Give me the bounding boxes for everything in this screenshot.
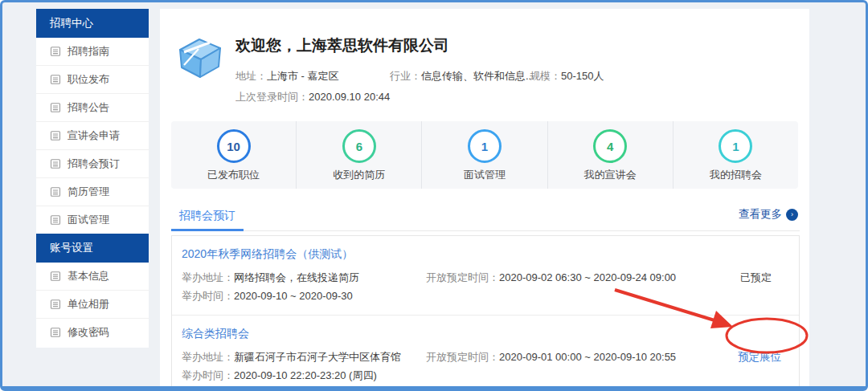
held-time-value: 2020-09-10 ~ 2020-09-30 xyxy=(234,290,353,302)
address-value: 上海市 - 嘉定区 xyxy=(267,70,339,82)
document-icon xyxy=(50,271,61,282)
document-icon xyxy=(50,299,61,310)
stat-my-jobfairs[interactable]: 1 我的招聘会 xyxy=(673,121,798,189)
jobfair-section-header: 招聘会预订 查看更多 › xyxy=(171,200,800,231)
document-icon xyxy=(50,130,61,141)
stat-label: 面试管理 xyxy=(464,168,506,182)
sidebar-item-label: 单位相册 xyxy=(68,297,109,312)
open-time-label: 开放预定时间： xyxy=(426,351,499,363)
chevron-right-circle-icon: › xyxy=(786,209,798,221)
document-icon xyxy=(50,158,61,169)
venue-value: 新疆石河子市石河子大学中区体育馆 xyxy=(234,351,401,363)
open-time-value: 2020-09-01 00:00 ~ 2020-09-10 20:55 xyxy=(499,351,676,363)
last-login-field: 上次登录时间：2020.09.10 20:44 xyxy=(235,90,390,104)
last-login-label: 上次登录时间： xyxy=(235,91,309,103)
stats-bar: 10 已发布职位 6 收到的简历 1 面试管理 4 我的宣讲会 1 我的招聘会 xyxy=(171,121,798,189)
sidebar-item-label: 招聘公告 xyxy=(68,100,109,115)
industry-field: 行业：信息传输、软件和信息... xyxy=(390,69,534,83)
stat-label: 收到的简历 xyxy=(333,168,385,182)
stat-label: 已发布职位 xyxy=(207,168,260,182)
stat-circle-my-seminars: 4 xyxy=(593,129,627,163)
stat-circle-my-jobfairs: 1 xyxy=(719,129,752,163)
jobfair-title-link[interactable]: 综合类招聘会 xyxy=(182,327,249,341)
sidebar-item-interview-manage[interactable]: 面试管理 xyxy=(36,206,149,234)
sidebar-section-recruit-center: 招聘中心 xyxy=(36,9,149,38)
scale-field: 规模：50-150人 xyxy=(530,69,604,83)
sidebar-item-recruit-guide[interactable]: 招聘指南 xyxy=(36,38,149,65)
last-login-value: 2020.09.10 20:44 xyxy=(309,91,390,103)
sidebar-item-label: 职位发布 xyxy=(68,72,109,87)
held-time-label: 举办时间： xyxy=(182,290,234,302)
jobfair-detail-line: 举办地址：网络招聘会，在线投递简历 开放预定时间：2020-09-02 06:3… xyxy=(182,271,786,285)
stat-my-seminars[interactable]: 4 我的宣讲会 xyxy=(547,121,673,189)
sidebar-item-company-album[interactable]: 单位相册 xyxy=(36,290,149,318)
sidebar: 招聘中心 招聘指南 职位发布 招聘公告 宣讲会申请 招聘会预订 简历管理 面试管… xyxy=(36,9,149,348)
jobfair-list-card: 2020年秋季网络招聘会（供测试） 举办地址：网络招聘会，在线投递简历 开放预定… xyxy=(171,235,800,391)
open-time-field: 开放预定时间：2020-09-01 00:00 ~ 2020-09-10 20:… xyxy=(426,350,676,365)
document-icon xyxy=(50,46,61,57)
sidebar-item-label: 招聘会预订 xyxy=(68,157,120,171)
held-time-label: 举办时间： xyxy=(182,369,234,381)
company-meta-row: 地址：上海市 - 嘉定区 行业：信息传输、软件和信息... 规模：50-150人 xyxy=(235,69,798,83)
held-time-value: 2020-09-10 22:20-23:20 (周四) xyxy=(234,369,377,381)
address-field: 地址：上海市 - 嘉定区 xyxy=(235,70,339,82)
stat-circle-received-resumes: 6 xyxy=(342,129,376,163)
tab-jobfair-booking[interactable]: 招聘会预订 xyxy=(171,201,244,231)
address-label: 地址： xyxy=(235,70,267,82)
jobfair-time-line: 举办时间：2020-09-10 ~ 2020-09-30 xyxy=(182,289,786,303)
venue-label: 举办地址： xyxy=(182,351,234,363)
industry-value: 信息传输、软件和信息... xyxy=(421,70,534,82)
jobfair-row-autumn-online: 2020年秋季网络招聘会（供测试） 举办地址：网络招聘会，在线投递简历 开放预定… xyxy=(172,236,799,315)
status-badge-booked: 已预定 xyxy=(740,271,772,285)
document-icon xyxy=(50,186,61,198)
stat-interview-manage[interactable]: 1 面试管理 xyxy=(421,121,547,189)
sidebar-item-label: 修改密码 xyxy=(68,325,109,340)
scale-value: 50-150人 xyxy=(561,70,604,82)
document-icon xyxy=(50,327,61,338)
scale-label: 规模： xyxy=(530,70,561,82)
sidebar-item-job-publish[interactable]: 职位发布 xyxy=(36,65,149,93)
stat-published-jobs[interactable]: 10 已发布职位 xyxy=(171,121,296,189)
sidebar-item-recruit-notice[interactable]: 招聘公告 xyxy=(36,93,149,121)
stat-label: 我的招聘会 xyxy=(710,168,762,182)
view-more-link[interactable]: 查看更多 › xyxy=(739,207,798,222)
sidebar-item-basic-info[interactable]: 基本信息 xyxy=(36,263,149,290)
document-icon xyxy=(50,74,61,85)
industry-label: 行业： xyxy=(390,70,421,82)
sidebar-item-label: 招聘指南 xyxy=(68,44,109,59)
stat-circle-interview-manage: 1 xyxy=(468,129,502,163)
book-booth-link[interactable]: 预定展位 xyxy=(738,350,781,365)
sidebar-item-label: 简历管理 xyxy=(68,185,109,199)
venue-label: 举办地址： xyxy=(182,271,234,283)
company-logo-icon xyxy=(174,31,226,83)
stat-received-resumes[interactable]: 6 收到的简历 xyxy=(296,121,421,189)
sidebar-item-label: 面试管理 xyxy=(68,213,109,227)
jobfair-row-comprehensive: 综合类招聘会 举办地址：新疆石河子市石河子大学中区体育馆 开放预定时间：2020… xyxy=(172,315,799,391)
open-time-field: 开放预定时间：2020-09-02 06:30 ~ 2020-09-24 09:… xyxy=(426,271,676,285)
stat-circle-published-jobs: 10 xyxy=(217,129,251,163)
sidebar-item-seminar-apply[interactable]: 宣讲会申请 xyxy=(36,121,149,149)
document-icon xyxy=(50,214,61,226)
venue-value: 网络招聘会，在线投递简历 xyxy=(234,271,359,283)
main-panel: 欢迎您，上海萃思软件有限公司 地址：上海市 - 嘉定区 行业：信息传输、软件和信… xyxy=(160,9,809,386)
jobfair-time-line: 举办时间：2020-09-10 22:20-23:20 (周四) xyxy=(182,369,786,383)
sidebar-section-account-settings: 账号设置 xyxy=(36,234,149,263)
sidebar-item-jobfair-booking[interactable]: 招聘会预订 xyxy=(36,149,149,177)
sidebar-item-label: 基本信息 xyxy=(68,269,109,283)
welcome-title: 欢迎您，上海萃思软件有限公司 xyxy=(235,35,449,56)
sidebar-item-label: 宣讲会申请 xyxy=(68,128,120,143)
jobfair-title-link[interactable]: 2020年秋季网络招聘会（供测试） xyxy=(182,247,353,262)
document-icon xyxy=(50,102,61,113)
open-time-label: 开放预定时间： xyxy=(426,271,499,283)
sidebar-item-resume-manage[interactable]: 简历管理 xyxy=(36,177,149,206)
open-time-value: 2020-09-02 06:30 ~ 2020-09-24 09:00 xyxy=(499,271,676,283)
app-window: 招聘中心 招聘指南 职位发布 招聘公告 宣讲会申请 招聘会预订 简历管理 面试管… xyxy=(0,0,868,391)
view-more-label: 查看更多 xyxy=(739,207,782,222)
jobfair-detail-line: 举办地址：新疆石河子市石河子大学中区体育馆 开放预定时间：2020-09-01 … xyxy=(182,350,786,365)
sidebar-item-change-password[interactable]: 修改密码 xyxy=(36,318,149,346)
stat-label: 我的宣讲会 xyxy=(584,168,637,182)
